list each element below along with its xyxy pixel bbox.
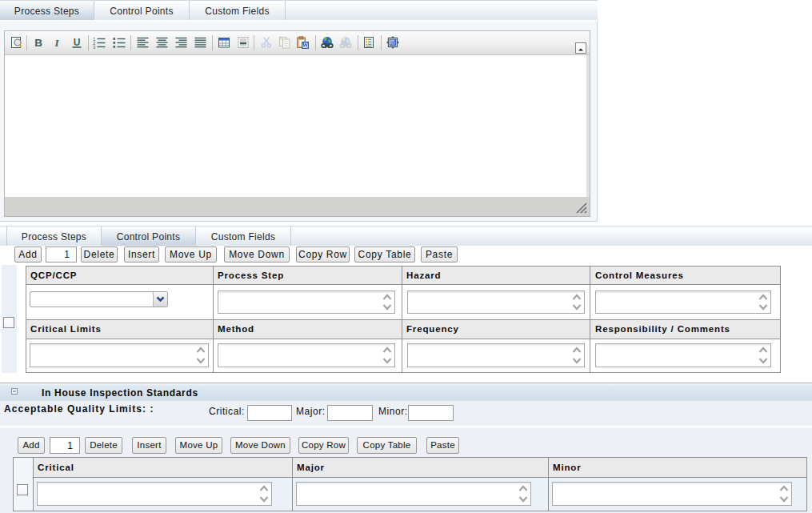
- svg-text:B: B: [34, 37, 42, 49]
- svg-text:U: U: [74, 37, 81, 48]
- svg-text:3: 3: [93, 45, 96, 49]
- svg-text:W: W: [302, 42, 309, 49]
- svg-text:I: I: [54, 37, 59, 49]
